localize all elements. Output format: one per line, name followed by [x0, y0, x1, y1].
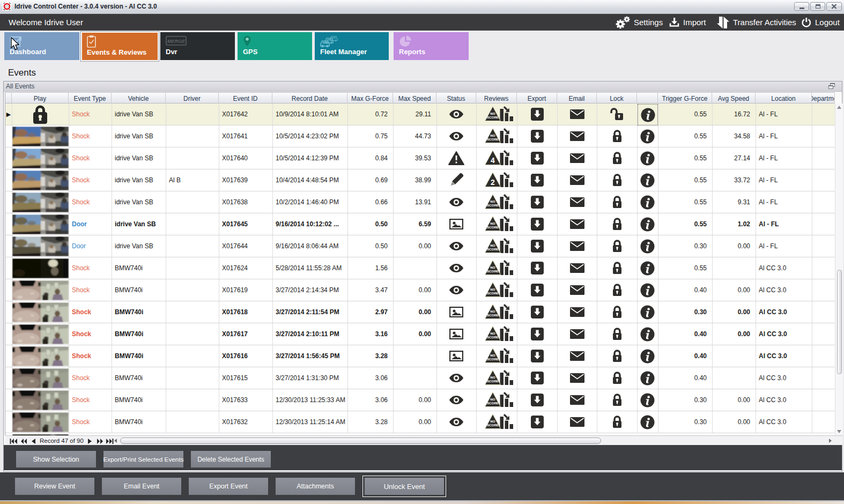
svg-text:SCORE: SCORE — [487, 247, 499, 250]
svg-text:NO: NO — [490, 199, 495, 203]
svg-text:SCORE: SCORE — [487, 401, 499, 404]
svg-text:SCORE: SCORE — [487, 203, 499, 206]
svg-text:SCORE: SCORE — [487, 423, 499, 426]
svg-text:SCORE: SCORE — [487, 269, 499, 272]
svg-text:NO: NO — [490, 309, 495, 313]
svg-text:SCORE: SCORE — [487, 357, 499, 360]
svg-text:NO: NO — [490, 111, 495, 115]
svg-text:NO: NO — [490, 353, 495, 357]
svg-text:SCORE: SCORE — [487, 335, 499, 338]
svg-text:NO: NO — [490, 221, 495, 225]
svg-text:SCORE: SCORE — [487, 115, 499, 118]
svg-text:NO: NO — [490, 375, 495, 379]
svg-text:SCORE: SCORE — [487, 291, 499, 294]
svg-text:NO: NO — [490, 265, 495, 269]
svg-text:4: 4 — [491, 155, 495, 164]
svg-text:SCORE: SCORE — [487, 313, 499, 316]
svg-text:SCORE: SCORE — [487, 137, 499, 140]
svg-text:NO: NO — [490, 419, 495, 423]
svg-text:SCORE: SCORE — [487, 379, 499, 382]
svg-text:NO: NO — [490, 133, 495, 137]
svg-text:NO: NO — [490, 243, 495, 247]
svg-text:NO: NO — [490, 331, 495, 335]
svg-text:2: 2 — [491, 177, 495, 186]
svg-text:NO: NO — [490, 287, 495, 291]
svg-text:MERGE: MERGE — [167, 39, 186, 44]
svg-text:SCORE: SCORE — [487, 225, 499, 228]
svg-text:NO: NO — [490, 397, 495, 401]
